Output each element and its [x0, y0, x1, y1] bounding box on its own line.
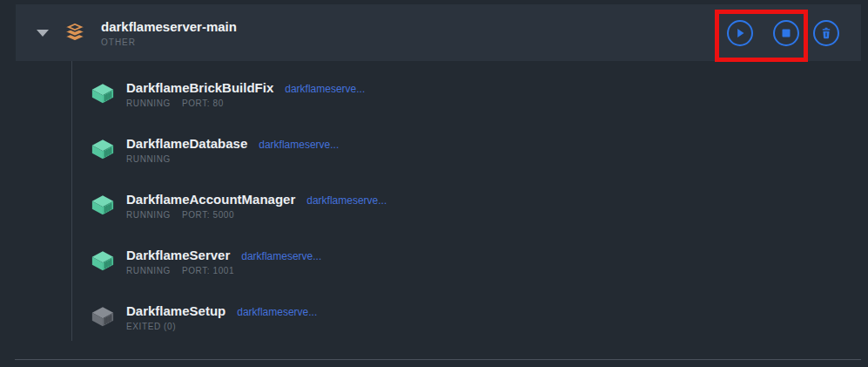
container-icon: [91, 250, 115, 272]
container-status: EXITED (0): [126, 322, 176, 331]
container-port: PORT: 1001: [182, 266, 234, 275]
container-icon: [91, 83, 115, 105]
container-name: DarkflameBrickBuildFix: [126, 80, 273, 95]
container-list: DarkflameBrickBuildFix darkflameserve...…: [91, 76, 387, 355]
container-row[interactable]: DarkflameServer darkflameserve... RUNNIN…: [91, 243, 387, 299]
container-group-panel: darkflameserver-main OTHER: [0, 0, 868, 367]
container-icon: [91, 139, 115, 160]
stop-icon: [778, 25, 794, 41]
container-row[interactable]: DarkflameBrickBuildFix darkflameserve...…: [91, 76, 387, 132]
container-row[interactable]: DarkflameSetup darkflameserve... EXITED …: [91, 299, 387, 355]
play-icon: [732, 25, 748, 41]
container-status: RUNNING: [126, 210, 171, 220]
start-button[interactable]: [727, 20, 753, 46]
container-name: DarkflameAccountManager: [126, 192, 295, 207]
container-status: RUNNING: [126, 99, 171, 108]
container-row[interactable]: DarkflameAccountManager darkflameserve..…: [91, 187, 387, 243]
collapse-caret-icon[interactable]: [37, 30, 49, 37]
container-row[interactable]: DarkflameDatabase darkflameserve... RUNN…: [91, 132, 387, 187]
container-port: PORT: 80: [182, 99, 224, 108]
container-name: DarkflameServer: [126, 248, 230, 262]
container-status: RUNNING: [126, 266, 171, 275]
container-image-link[interactable]: darkflameserve...: [241, 250, 321, 262]
container-name: DarkflameSetup: [126, 303, 225, 318]
group-title: darkflameserver-main: [101, 19, 237, 35]
container-port: PORT: 5000: [182, 210, 234, 220]
container-image-link[interactable]: darkflameserve...: [259, 139, 339, 151]
delete-button[interactable]: [813, 20, 839, 46]
container-image-link[interactable]: darkflameserve...: [237, 306, 317, 318]
stop-button[interactable]: [773, 20, 799, 46]
container-status: RUNNING: [126, 154, 171, 164]
stack-layers-icon: [64, 22, 86, 44]
container-image-link[interactable]: darkflameserve...: [285, 83, 365, 95]
group-actions: [727, 20, 839, 46]
container-name: DarkflameDatabase: [126, 136, 247, 151]
bottom-divider: [15, 359, 861, 360]
container-icon: [91, 194, 115, 216]
tree-guide-line: [71, 61, 72, 341]
container-image-link[interactable]: darkflameserve...: [306, 194, 387, 207]
group-titles: darkflameserver-main OTHER: [101, 19, 237, 47]
container-icon: [91, 306, 115, 328]
group-type-label: OTHER: [101, 37, 237, 47]
trash-icon: [818, 25, 834, 41]
group-header-row[interactable]: darkflameserver-main OTHER: [16, 4, 861, 61]
